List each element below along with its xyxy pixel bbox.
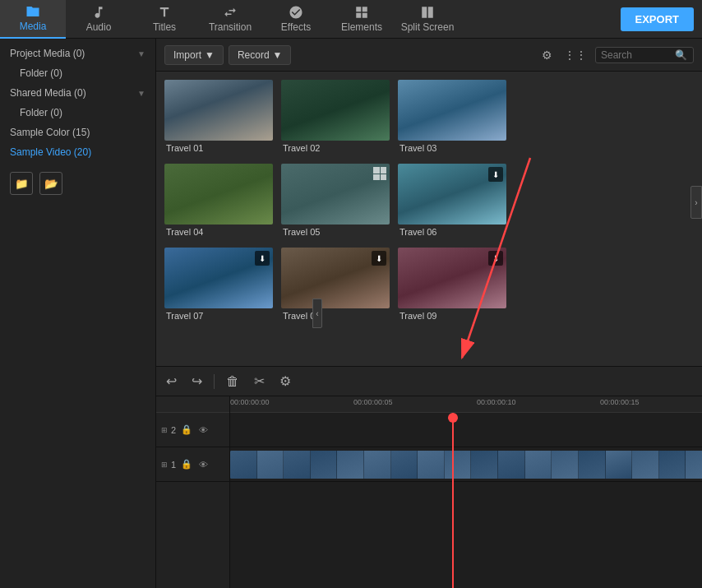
timeline-tracks: Travel_05	[230, 413, 702, 588]
nav-audio[interactable]: Audio	[66, 0, 132, 39]
timeline-ruler-and-tracks: 00:00:00:00 00:00:00:05 00:00:00:10 00:0…	[230, 396, 702, 588]
video-clip-travel05[interactable]: Travel_05	[230, 451, 702, 479]
sidebar-item-sample-color[interactable]: Sample Color (15)	[0, 123, 155, 142]
timeline-area: ↩ ↪ 🗑 ✂ ⚙ ⊞ 2 🔒 👁	[156, 366, 702, 588]
sidebar-item-project-media[interactable]: Project Media (0) ▼	[0, 44, 155, 63]
grid-view-button[interactable]: ⋮⋮	[561, 47, 590, 63]
search-icon[interactable]: 🔍	[675, 49, 687, 61]
svg-rect-3	[363, 13, 367, 18]
svg-rect-0	[356, 7, 361, 12]
adjust-button[interactable]: ⚙	[276, 372, 294, 391]
nav-media[interactable]: Media	[0, 0, 66, 39]
clip-frame	[686, 451, 702, 479]
nav-elements-label: Elements	[341, 21, 382, 33]
media-thumbnail: ⬇	[281, 248, 390, 308]
nav-transition[interactable]: Transition	[197, 0, 263, 39]
record-dropdown[interactable]: Record ▼	[229, 45, 292, 65]
toolbar-icons: ⚙ ⋮⋮ 🔍	[538, 47, 694, 63]
list-item[interactable]: ⬇ Travel 08	[281, 248, 390, 323]
transition-icon	[223, 5, 238, 20]
timeline-ruler[interactable]: 00:00:00:00 00:00:00:05 00:00:00:10 00:0…	[230, 396, 702, 413]
list-item[interactable]: Travel 03	[398, 80, 506, 155]
media-label: Travel 03	[398, 141, 506, 155]
nav-splitscreen[interactable]: Split Screen	[395, 0, 460, 39]
clip-frame	[471, 451, 498, 479]
svg-rect-2	[356, 13, 361, 18]
clip-frame	[257, 451, 284, 479]
folder-icon	[25, 4, 40, 19]
timeline-content: ⊞ 2 🔒 👁 ⊞ 1 🔒 👁 0	[156, 396, 702, 588]
search-input[interactable]	[601, 49, 675, 61]
track-lock-button-1[interactable]: 🔒	[179, 458, 194, 470]
media-thumbnail	[164, 164, 273, 225]
cut-button[interactable]: ✂	[251, 372, 268, 391]
top-navigation: Media Audio Titles Transition Effects El…	[0, 0, 702, 39]
clip-frames-strip	[230, 451, 702, 479]
nav-elements[interactable]: Elements	[329, 0, 395, 39]
media-thumbnail: ⬇	[398, 248, 506, 308]
sidebar-collapse-button[interactable]: ‹	[312, 299, 322, 328]
export-button[interactable]: EXPORT	[621, 7, 694, 31]
track-lock-button-2[interactable]: 🔒	[179, 424, 194, 436]
svg-rect-1	[363, 7, 367, 12]
add-media-button[interactable]: 📁	[10, 172, 33, 195]
playhead[interactable]	[452, 413, 454, 588]
download-badge-4: ⬇	[488, 251, 503, 266]
dropdown-arrow-icon: ▼	[205, 49, 215, 61]
delete-button[interactable]: 🗑	[223, 373, 242, 391]
list-item[interactable]: Travel 01	[164, 80, 273, 155]
undo-button[interactable]: ↩	[163, 372, 180, 391]
elements-icon	[354, 5, 369, 20]
media-label: Travel 09	[398, 308, 506, 323]
list-item[interactable]: ⬇ Travel 06	[398, 164, 506, 239]
ruler-mark-1: 00:00:00:05	[353, 398, 393, 406]
nav-effects-label: Effects	[281, 21, 311, 33]
media-label: Travel 04	[164, 225, 273, 239]
sidebar-item-sample-video[interactable]: Sample Video (20)	[0, 142, 155, 162]
nav-effects[interactable]: Effects	[263, 0, 329, 39]
track-visibility-button-2[interactable]: 👁	[197, 424, 210, 436]
media-thumbnail	[164, 80, 273, 141]
sidebar-item-folder-0b[interactable]: Folder (0)	[0, 103, 155, 123]
clip-frame	[230, 451, 257, 479]
sidebar-item-shared-media[interactable]: Shared Media (0) ▼	[0, 83, 155, 103]
nav-media-label: Media	[20, 21, 47, 32]
chevron-icon: ▼	[137, 49, 145, 58]
sidebar-item-folder-0a[interactable]: Folder (0)	[0, 63, 155, 83]
media-label: Travel 07	[164, 308, 273, 323]
clip-frame	[364, 451, 391, 479]
media-row-3: ⬇ Travel 07 ⬇ Travel 08	[164, 248, 694, 323]
list-item[interactable]: ⬇ Travel 09	[398, 248, 506, 323]
sidebar: Project Media (0) ▼ Folder (0) Shared Me…	[0, 39, 156, 588]
track-row-2	[230, 413, 702, 447]
add-folder-button[interactable]: 📂	[39, 172, 62, 195]
clip-frame	[659, 451, 686, 479]
content-area: Import ▼ Record ▼ ⚙ ⋮⋮ 🔍	[156, 39, 702, 366]
list-item[interactable]: Travel 02	[281, 80, 390, 155]
track-row-1: Travel_05	[230, 447, 702, 482]
track-visibility-button-1[interactable]: 👁	[197, 459, 210, 470]
ruler-mark-0: 00:00:00:00	[230, 398, 270, 406]
track-label-1: ⊞ 1 🔒 👁	[156, 447, 229, 482]
import-dropdown[interactable]: Import ▼	[164, 45, 224, 65]
content-toolbar: Import ▼ Record ▼ ⚙ ⋮⋮ 🔍	[156, 39, 702, 72]
nav-audio-label: Audio	[86, 21, 112, 33]
list-item[interactable]: Travel 05	[281, 164, 390, 239]
download-badge: ⬇	[488, 167, 503, 182]
clip-frame	[498, 451, 525, 479]
grid-badge	[373, 167, 386, 180]
filter-button[interactable]: ⚙	[538, 47, 556, 63]
media-row-2: Travel 04 Tr	[164, 164, 694, 239]
download-badge-2: ⬇	[255, 251, 270, 266]
nav-titles-label: Titles	[153, 21, 176, 33]
list-item[interactable]: ⬇ Travel 07	[164, 248, 273, 323]
nav-titles[interactable]: Titles	[132, 0, 197, 39]
clip-frame	[311, 451, 338, 479]
redo-button[interactable]: ↪	[188, 372, 206, 391]
media-grid: Travel 01 Travel 02 Travel 03	[156, 72, 702, 366]
right-panel-collapse-button[interactable]: ›	[690, 186, 702, 219]
main-layout: Project Media (0) ▼ Folder (0) Shared Me…	[0, 39, 702, 588]
clip-frame	[632, 451, 659, 479]
list-item[interactable]: Travel 04	[164, 164, 273, 239]
chevron-icon-2: ▼	[137, 89, 145, 98]
